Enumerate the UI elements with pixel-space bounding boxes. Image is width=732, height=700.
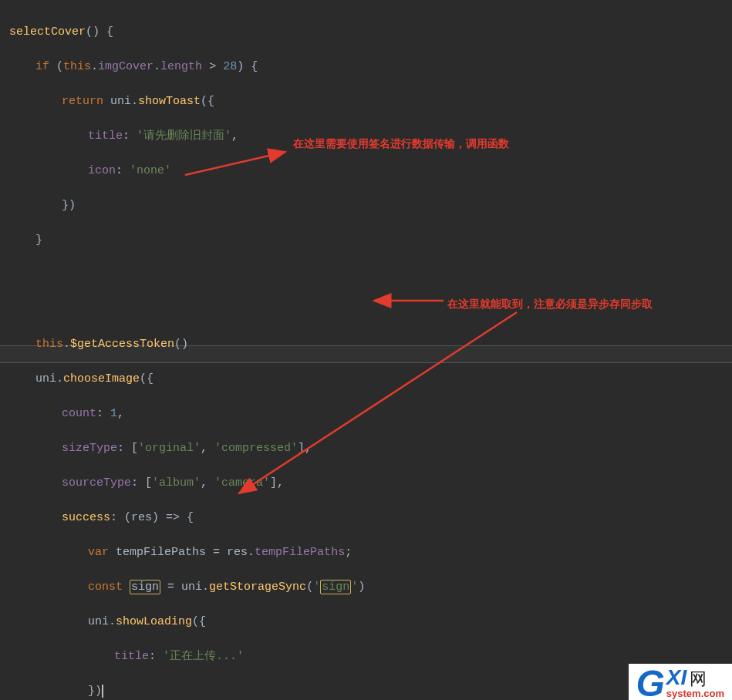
code-line: }) <box>9 683 723 701</box>
code-line <box>9 267 723 284</box>
code-line: sizeType: ['orginal', 'compressed'], <box>9 440 723 458</box>
code-line: count: 1, <box>9 406 723 423</box>
code-line: } <box>9 232 723 250</box>
code-line: uni.chooseImage({ <box>9 371 723 389</box>
code-line: selectCover() { <box>9 24 723 42</box>
code-editor[interactable]: selectCover() { if (this.imgCover.length… <box>0 0 732 700</box>
code-line: const sign = uni.getStorageSync('sign') <box>9 579 723 597</box>
code-line: uni.showLoading({ <box>9 614 723 631</box>
code-line: if (this.imgCover.length > 28) { <box>9 59 723 76</box>
code-line: return uni.showToast({ <box>9 93 723 111</box>
code-line: var tempFilePaths = res.tempFilePaths; <box>9 544 723 562</box>
code-line: this.$getAccessToken() <box>9 336 723 354</box>
annotation-text: 在这里需要使用签名进行数据传输，调用函数 <box>293 136 509 152</box>
code-line: title: '正在上传...' <box>9 648 723 666</box>
code-line: sourceType: ['album', 'camera'], <box>9 475 723 493</box>
annotation-text: 在这里就能取到，注意必须是异步存同步取 <box>447 296 653 312</box>
code-line: success: (res) => { <box>9 510 723 527</box>
code-line: }) <box>9 197 723 215</box>
code-line: icon: 'none' <box>9 163 723 180</box>
